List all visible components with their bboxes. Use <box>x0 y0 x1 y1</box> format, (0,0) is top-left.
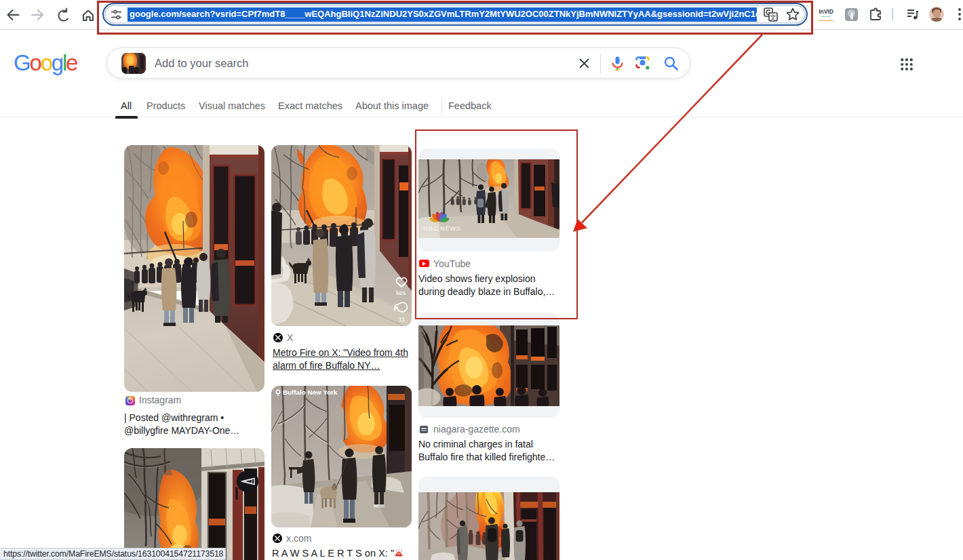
svg-text:kes: kes <box>396 289 406 296</box>
svg-text:Buffalo New York: Buffalo New York <box>283 388 338 396</box>
svg-text:11: 11 <box>399 316 405 323</box>
